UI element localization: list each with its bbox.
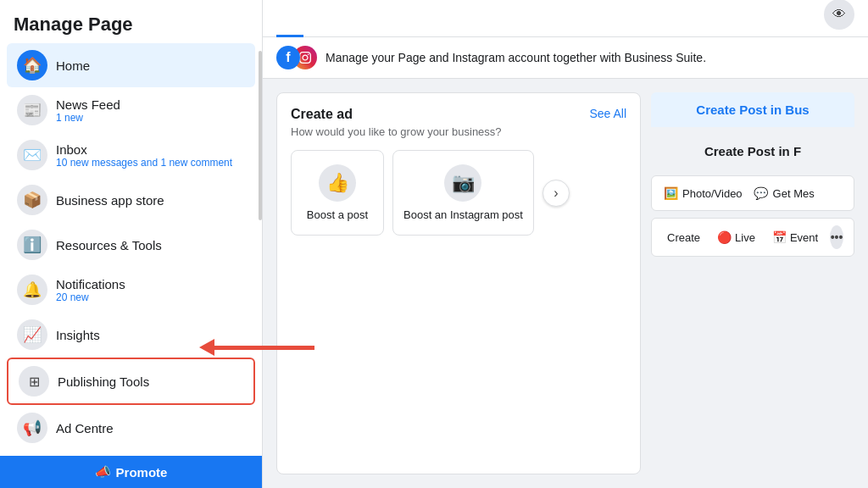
sidebar-item-ad-centre[interactable]: 📢 Ad Centre (7, 406, 255, 450)
resources-label: Resources & Tools (56, 238, 162, 252)
social-icons: f (276, 46, 317, 69)
more-button[interactable]: ••• (830, 225, 843, 249)
arrow-line (213, 346, 314, 350)
insights-label: Insights (56, 328, 100, 342)
tab-active[interactable] (276, 18, 303, 37)
promote-label: Promote (116, 465, 168, 480)
ad-centre-label: Ad Centre (56, 421, 114, 435)
sidebar-item-page-quality[interactable]: 🛡️ Page quality (7, 451, 255, 456)
sidebar-item-notifications[interactable]: 🔔 Notifications 20 new (7, 268, 255, 312)
ad-centre-icon: 📢 (17, 413, 47, 443)
eye-button[interactable]: 👁 (824, 0, 854, 30)
red-arrow-annotation (199, 339, 314, 356)
inbox-sub: 10 new messages and 1 new comment (56, 157, 232, 169)
carousel-next-button[interactable]: › (542, 180, 570, 207)
home-icon: 🏠 (17, 50, 47, 80)
create-label: Create (667, 231, 700, 244)
sidebar-item-resources-tools[interactable]: ℹ️ Resources & Tools (7, 223, 255, 267)
boost-instagram-option[interactable]: 📷 Boost an Instagram post (392, 150, 534, 236)
boost-instagram-label: Boost an Instagram post (403, 208, 523, 221)
business-app-label: Business app store (56, 193, 164, 208)
business-app-icon: 📦 (17, 185, 47, 215)
create-ad-subtitle: How would you like to grow your business… (291, 125, 626, 138)
boost-post-option[interactable]: 👍 Boost a post (291, 150, 384, 236)
tab-bar: 👁 (263, 0, 868, 37)
publishing-tools-icon: ⊞ (19, 366, 49, 396)
inbox-label: Inbox (56, 142, 232, 157)
photo-video-button[interactable]: 🖼️ Photo/Video (662, 185, 743, 202)
see-all-link[interactable]: See All (589, 107, 626, 120)
event-label: Event (790, 231, 818, 244)
boost-post-label: Boost a post (307, 208, 368, 221)
live-icon: 🔴 (717, 230, 732, 244)
sidebar-item-home[interactable]: 🏠 Home (7, 43, 255, 87)
event-button[interactable]: 📅 Event (767, 227, 823, 247)
photo-video-icon: 🖼️ (662, 185, 679, 202)
notifications-icon: 🔔 (17, 274, 47, 305)
scrollbar[interactable] (259, 51, 262, 220)
sidebar-item-publishing-tools[interactable]: ⊞ Publishing Tools (7, 358, 255, 405)
action-bar: Create 🔴 Live 📅 Event ••• (651, 218, 854, 257)
sidebar-item-inbox[interactable]: ✉️ Inbox 10 new messages and 1 new comme… (7, 133, 255, 177)
event-icon: 📅 (772, 230, 787, 244)
banner-text: Manage your Page and Instagram account t… (326, 51, 706, 64)
create-ad-title: Create ad (291, 107, 353, 122)
publishing-tools-label: Publishing Tools (58, 374, 149, 389)
messenger-icon: 💬 (753, 185, 770, 202)
promote-button[interactable]: 📣 Promote (0, 456, 262, 488)
notifications-label: Notifications (56, 277, 125, 291)
get-messages-label: Get Mes (773, 187, 815, 200)
news-feed-label: News Feed (56, 97, 120, 112)
ad-options: 👍 Boost a post 📷 Boost an Instagram post… (291, 150, 626, 236)
create-post-fb-button[interactable]: Create Post in F (651, 134, 854, 169)
sidebar-nav: 🏠 Home 📰 News Feed 1 new ✉️ Inbox 10 new… (0, 42, 262, 456)
main-content: 👁 f Manage your Page and Instagram accou… (263, 0, 868, 488)
sidebar-item-news-feed[interactable]: 📰 News Feed 1 new (7, 88, 255, 132)
live-button[interactable]: 🔴 Live (712, 227, 760, 247)
home-label: Home (56, 58, 90, 73)
sidebar-title: Manage Page (0, 0, 262, 42)
notifications-sub: 20 new (56, 291, 125, 303)
left-panel: Create ad See All How would you like to … (276, 92, 641, 474)
insights-icon: 📈 (17, 319, 47, 350)
get-messages-button[interactable]: 💬 Get Mes (753, 185, 815, 202)
promote-icon: 📣 (95, 464, 111, 480)
tab-icons: 👁 (824, 0, 854, 36)
business-suite-banner: f Manage your Page and Instagram account… (263, 37, 868, 79)
sidebar: Manage Page 🏠 Home 📰 News Feed 1 new ✉️ … (0, 0, 263, 488)
news-feed-icon: 📰 (17, 95, 47, 125)
facebook-icon: f (276, 46, 300, 69)
create-ad-card: Create ad See All How would you like to … (276, 92, 641, 474)
thumbs-up-icon: 👍 (319, 164, 356, 202)
content-area: Create ad See All How would you like to … (263, 79, 868, 488)
camera-icon: 📷 (444, 164, 481, 202)
inbox-icon: ✉️ (17, 140, 47, 170)
live-label: Live (735, 231, 755, 244)
photo-video-label: Photo/Video (682, 187, 743, 200)
create-button[interactable]: Create (662, 228, 705, 247)
resources-icon: ℹ️ (17, 230, 47, 260)
news-feed-sub: 1 new (56, 112, 120, 124)
create-post-business-button[interactable]: Create Post in Bus (651, 92, 854, 127)
create-ad-header: Create ad See All (291, 107, 626, 122)
more-icon: ••• (831, 230, 843, 244)
post-type-options: 🖼️ Photo/Video 💬 Get Mes (651, 175, 854, 211)
right-panel: Create Post in Bus Create Post in F 🖼️ P… (651, 92, 854, 474)
sidebar-item-business-app-store[interactable]: 📦 Business app store (7, 178, 255, 222)
